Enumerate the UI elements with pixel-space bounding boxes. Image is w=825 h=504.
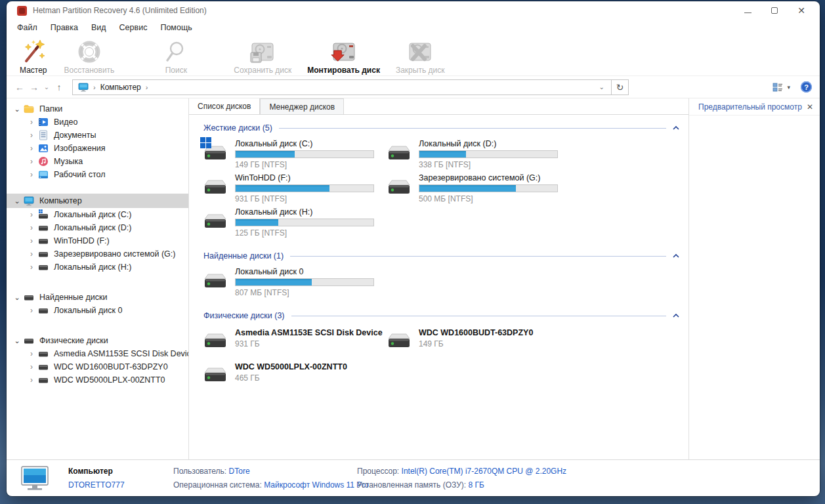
sidebar-item-video[interactable]: › Видео	[7, 116, 188, 129]
disk-card-h[interactable]: Локальный диск (H:) 125 ГБ [NTFS]	[203, 207, 387, 237]
history-dropdown-icon[interactable]: ⌄	[42, 80, 51, 94]
disk-card-wd5000[interactable]: WDC WD5000LPLX-00ZNTT0 465 ГБ	[203, 361, 387, 390]
sidebar-label: WDC WD1600BUDT-63DPZY0	[54, 362, 168, 371]
preview-close-icon[interactable]: ✕	[807, 102, 813, 112]
hard-drive-icon	[387, 139, 411, 169]
help-icon[interactable]: ?	[801, 81, 812, 93]
sidebar-item-desktop[interactable]: › Рабочий стол	[7, 168, 188, 181]
sidebar-label: WDC WD5000LPLX-00ZNTT0	[54, 375, 165, 385]
chevron-expanded-icon[interactable]: ⌄	[12, 105, 22, 114]
up-button[interactable]: ↑	[53, 80, 66, 94]
sidebar-section-physical-disks[interactable]: ⌄ Физические диски	[7, 334, 188, 347]
sidebar-section-found-disks[interactable]: ⌄ Найденные диски	[7, 291, 188, 304]
disk-card-asmedia[interactable]: Asmedia ASM1153E SCSI Disk Device 931 ГБ	[203, 327, 387, 356]
sidebar-item-disk-h[interactable]: › Локальный диск (H:)	[7, 261, 188, 274]
hard-drive-icon	[38, 236, 49, 246]
hard-drive-icon	[38, 249, 49, 259]
sidebar-item-music[interactable]: › Музыка	[7, 155, 188, 168]
chevron-expanded-icon[interactable]: ⌄	[12, 337, 22, 345]
sidebar-item-pictures[interactable]: › Изображения	[7, 142, 188, 155]
menu-view[interactable]: Вид	[85, 21, 113, 34]
hard-drive-icon	[38, 222, 49, 233]
chevron-expanded-icon[interactable]: ⌄	[12, 197, 22, 205]
view-mode-dropdown-icon[interactable]: ▾	[787, 84, 790, 91]
disk-card-d[interactable]: Локальный диск (D:) 338 ГБ [NTFS]	[387, 139, 571, 169]
collapse-chevron-icon[interactable]	[673, 126, 679, 130]
mount-disk-button[interactable]: Монтировать диск	[302, 37, 385, 76]
sidebar-item-physical-wd5000[interactable]: › WDC WD5000LPLX-00ZNTT0	[7, 373, 188, 387]
app-window: Hetman Partition Recovery 4.6 (Unlimited…	[7, 1, 820, 496]
disk-card-g[interactable]: Зарезервировано системой (G:) 500 МБ [NT…	[387, 173, 571, 203]
pictures-icon	[38, 143, 49, 154]
tab-disk-manager[interactable]: Менеджер дисков	[260, 98, 344, 114]
hard-drive-icon	[24, 292, 34, 303]
wizard-button[interactable]: Мастер	[14, 37, 53, 76]
sidebar-item-found-disk-0[interactable]: › Локальный диск 0	[7, 304, 188, 317]
sidebar-section-computer[interactable]: ⌄ Компьютер	[7, 194, 188, 208]
chevron-collapsed-icon[interactable]: ›	[26, 375, 37, 385]
menu-edit[interactable]: Правка	[44, 21, 85, 34]
close-disk-icon	[407, 39, 433, 65]
chevron-collapsed-icon[interactable]: ›	[26, 117, 37, 127]
search-button[interactable]: Поиск	[158, 37, 194, 76]
maximize-button[interactable]	[771, 7, 778, 14]
chevron-collapsed-icon[interactable]: ›	[26, 170, 37, 179]
hard-drive-icon	[38, 262, 49, 272]
chevron-collapsed-icon[interactable]: ›	[26, 249, 37, 259]
chevron-expanded-icon[interactable]: ⌄	[12, 293, 22, 302]
menu-file[interactable]: Файл	[11, 21, 44, 34]
save-disk-icon	[249, 39, 276, 65]
tab-disk-list[interactable]: Список дисков	[189, 98, 260, 114]
window-title: Hetman Partition Recovery 4.6 (Unlimited…	[33, 6, 207, 15]
sidebar-item-disk-c[interactable]: › Локальный диск (C:)	[7, 208, 188, 221]
disk-card-wd1600[interactable]: WDC WD1600BUDT-63DPZY0 149 ГБ	[387, 327, 571, 356]
title-bar: Hetman Partition Recovery 4.6 (Unlimited…	[7, 1, 820, 20]
usage-bar	[235, 150, 374, 158]
chevron-collapsed-icon[interactable]: ›	[26, 236, 37, 245]
chevron-collapsed-icon[interactable]: ›	[26, 223, 37, 232]
forward-button[interactable]: →	[28, 80, 41, 94]
recover-button[interactable]: Восстановить	[59, 37, 120, 76]
refresh-button[interactable]: ↻	[612, 79, 629, 95]
menu-help[interactable]: Помощь	[154, 21, 198, 34]
sidebar-label: Папки	[39, 104, 62, 114]
chevron-collapsed-icon[interactable]: ›	[26, 157, 37, 166]
sidebar-item-documents[interactable]: › Документы	[7, 129, 188, 142]
sidebar-item-disk-d[interactable]: › Локальный диск (D:)	[7, 221, 188, 234]
preview-body	[689, 116, 820, 459]
chevron-collapsed-icon[interactable]: ›	[26, 131, 37, 140]
sidebar-section-folders[interactable]: ⌄ Папки	[7, 102, 188, 116]
chevron-collapsed-icon[interactable]: ›	[26, 210, 37, 219]
collapse-chevron-icon[interactable]	[673, 254, 679, 258]
disk-card-found-0[interactable]: Локальный диск 0 807 МБ [NTFS]	[203, 267, 387, 297]
breadcrumb-separator: ›	[146, 83, 148, 91]
minimize-button[interactable]	[744, 9, 751, 13]
statusbar-user-value: DTore	[229, 467, 250, 476]
menu-service[interactable]: Сервис	[113, 21, 154, 34]
sidebar-item-physical-wd1600[interactable]: › WDC WD1600BUDT-63DPZY0	[7, 360, 188, 373]
chevron-collapsed-icon[interactable]: ›	[26, 306, 37, 315]
address-bar[interactable]: › Компьютер › ⌄	[72, 79, 612, 95]
desktop-background: Hetman Partition Recovery 4.6 (Unlimited…	[0, 0, 825, 504]
breadcrumb-computer[interactable]: Компьютер	[100, 83, 141, 92]
collapse-chevron-icon[interactable]	[673, 314, 679, 318]
statusbar-os-value: Майкрософт Windows 11 Pro	[264, 480, 369, 490]
sidebar-item-disk-f[interactable]: › WinToHDD (F:)	[7, 234, 188, 247]
chevron-collapsed-icon[interactable]: ›	[26, 262, 37, 272]
back-button[interactable]: ←	[13, 80, 26, 94]
chevron-collapsed-icon[interactable]: ›	[26, 144, 37, 153]
hard-drive-icon	[203, 207, 227, 237]
close-button[interactable]: ✕	[797, 7, 805, 14]
address-dropdown-icon[interactable]: ⌄	[597, 83, 607, 91]
save-disk-button[interactable]: Сохранить диск	[228, 37, 297, 76]
section-hard-disks: Жесткие диски (5)	[203, 123, 679, 133]
chevron-collapsed-icon[interactable]: ›	[26, 362, 37, 371]
folder-icon	[24, 104, 34, 114]
sidebar-item-physical-asmedia[interactable]: › Asmedia ASM1153E SCSI Disk Device	[7, 347, 188, 360]
chevron-collapsed-icon[interactable]: ›	[26, 349, 37, 358]
disk-card-f[interactable]: WinToHDD (F:) 931 ГБ [NTFS]	[203, 173, 387, 203]
sidebar-item-disk-g[interactable]: › Зарезервировано системой (G:)	[7, 247, 188, 261]
disk-card-c[interactable]: Локальный диск (C:) 149 ГБ [NTFS]	[203, 139, 387, 169]
close-disk-button[interactable]: Закрыть диск	[391, 37, 450, 76]
view-mode-icon[interactable]	[772, 82, 783, 93]
